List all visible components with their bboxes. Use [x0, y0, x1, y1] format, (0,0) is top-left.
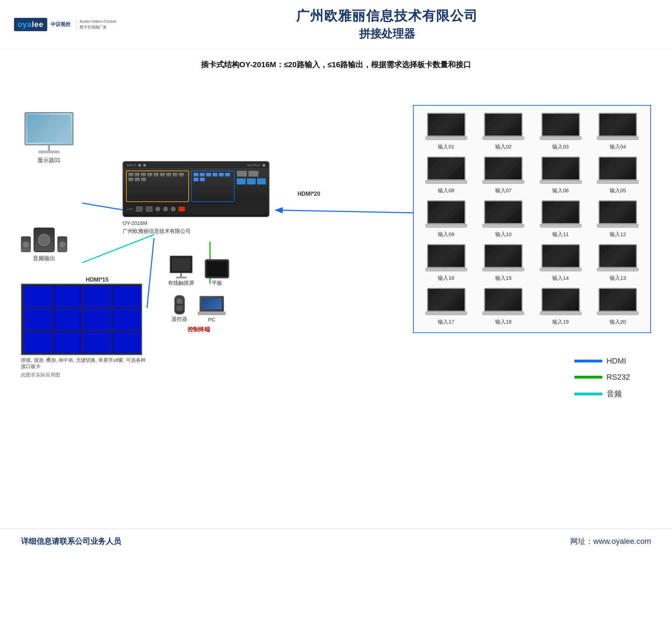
laptop-screen-09 — [427, 200, 465, 224]
port-10 — [128, 178, 134, 182]
laptop-base-15 — [482, 268, 524, 271]
legend-line-audio — [574, 393, 602, 395]
control-row2: 遥控器 PC — [172, 295, 226, 323]
laptop-base-07 — [482, 180, 524, 184]
laptop-base-16 — [425, 268, 467, 271]
laptop-base-18 — [482, 312, 524, 315]
legend-label-audio: 音频 — [607, 389, 622, 399]
legend-audio: 音频 — [574, 389, 630, 399]
input-label-05: 输入05 — [610, 187, 626, 194]
laptop-icon-01 — [425, 113, 467, 141]
out-port-6 — [225, 173, 230, 177]
input-label-09: 输入09 — [438, 231, 454, 238]
logo-area: oyalee 中议视控 Audio+Video+Control 数字音视频厂家 — [14, 18, 116, 31]
pc-pair: PC — [198, 296, 226, 323]
control-devices: 有线触摸屏 平板 — [168, 256, 229, 286]
product-name: 拼接处理器 — [116, 26, 658, 42]
remote-label: 遥控器 — [172, 316, 187, 323]
laptop-icon-15 — [482, 244, 524, 273]
laptop-icon-04 — [597, 113, 639, 141]
video-cell-1 — [23, 286, 52, 307]
video-cell-4 — [112, 286, 141, 307]
input-item-15: 输入15 — [478, 244, 529, 282]
proc-circle-2 — [163, 207, 168, 212]
laptop-screen-10 — [484, 200, 523, 224]
legend-section: HDMI RS232 音频 — [574, 356, 630, 406]
touchscreen-pair: 有线触摸屏 — [168, 256, 194, 286]
laptop-screen-01 — [427, 113, 465, 137]
monitor-label: 显示器01 — [37, 157, 61, 164]
laptop-icon-17 — [425, 288, 467, 317]
tablet-icon — [205, 259, 229, 278]
pc-icon — [198, 296, 226, 315]
video-cell-10 — [53, 331, 82, 353]
laptop-icon-11 — [540, 200, 582, 229]
video-cell-9 — [23, 331, 52, 353]
laptop-base-09 — [425, 224, 467, 228]
laptop-screen-20 — [598, 288, 637, 312]
laptop-screen-05 — [598, 157, 637, 180]
tablet-label: 平板 — [212, 280, 222, 286]
dvi-row — [237, 171, 266, 177]
legend-line-hdmi — [574, 360, 602, 362]
laptop-icon-05 — [597, 157, 639, 185]
proc-circle-3 — [171, 207, 176, 212]
footer-right: 网址：www.oyalee.com — [570, 536, 651, 547]
laptop-icon-03 — [540, 113, 582, 141]
port-7 — [166, 173, 172, 177]
dvi-port-1 — [237, 171, 247, 177]
speaker-left — [21, 236, 31, 252]
vga-row — [237, 178, 266, 185]
proc-label-in: INPUT — [127, 164, 136, 167]
logo-chinese: 中议视控 — [51, 21, 70, 28]
input-item-04: 输入04 — [593, 113, 644, 150]
laptop-screen-19 — [541, 288, 580, 312]
legend-line-rs232 — [574, 376, 602, 379]
vga-port-3 — [257, 178, 266, 185]
input-item-01: 输入01 — [421, 113, 472, 150]
ts-screen — [170, 256, 192, 273]
input-label-04: 输入04 — [610, 144, 626, 150]
device-label: OY-2016M 广州欧雅丽信息技术有限公司 — [122, 219, 270, 235]
out-port-7 — [193, 178, 199, 182]
laptop-base-19 — [540, 312, 582, 315]
video-cell-3 — [83, 286, 111, 307]
logo-subtitle: Audio+Video+Control 数字音视频厂家 — [76, 19, 116, 30]
laptop-screen-08 — [427, 157, 465, 180]
monitor-screen — [24, 112, 74, 145]
laptop-screen-17 — [427, 288, 465, 312]
laptop-screen-06 — [541, 157, 580, 180]
laptop-icon-02 — [482, 113, 524, 141]
input-label-17: 输入17 — [438, 319, 454, 325]
processor-device: INPUT OUTPUT — [122, 161, 270, 235]
svg-line-2 — [147, 238, 154, 308]
processor-bottom: LAN — [123, 204, 269, 214]
laptop-screen-13 — [598, 244, 637, 268]
remote-pair: 遥控器 — [172, 295, 187, 323]
laptop-icon-10 — [482, 200, 524, 229]
speaker-icon — [21, 228, 67, 252]
port-8 — [172, 173, 178, 177]
proc-dot-3 — [262, 164, 265, 167]
header: oyalee 中议视控 Audio+Video+Control 数字音视频厂家 … — [0, 0, 672, 49]
video-cell-12 — [112, 331, 141, 353]
input-label-13: 输入13 — [610, 275, 626, 282]
out-port-8 — [200, 178, 205, 182]
video-cell-7 — [83, 309, 111, 330]
input-label-01: 输入01 — [438, 144, 454, 150]
input-label-12: 输入12 — [610, 231, 626, 238]
laptop-icon-20 — [597, 288, 639, 317]
legend-label-rs232: RS232 — [607, 373, 630, 382]
touchscreen-icon — [170, 256, 192, 278]
ts-stand — [180, 273, 182, 277]
pc-label: PC — [208, 317, 216, 323]
port-5 — [153, 173, 159, 177]
laptop-icon-18 — [482, 288, 524, 317]
laptop-screen-18 — [484, 288, 523, 312]
input-grid-section: 输入01 输入02 输入03 — [413, 105, 651, 333]
out-port-3 — [206, 173, 211, 177]
laptop-screen-11 — [541, 200, 580, 224]
laptop-base-17 — [425, 312, 467, 315]
input-label-19: 输入19 — [552, 319, 569, 325]
laptop-icon-13 — [597, 244, 639, 273]
